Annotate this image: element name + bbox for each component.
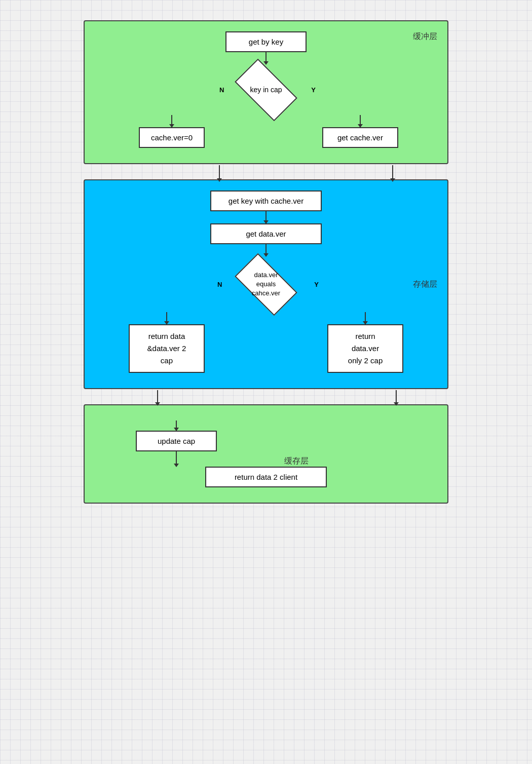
arrow-to-update	[176, 421, 177, 431]
get-cache-ver-box: get cache.ver	[322, 127, 398, 148]
diamond-data-equals-cache: data.ver equals cahce.ver N Y	[210, 256, 322, 312]
s2-content: get key with cache.ver get data.ver data…	[95, 190, 437, 373]
buffer-layer-label: 缓冲层	[413, 31, 437, 42]
diamond-key-in-cap: key in cap N Y	[215, 64, 317, 115]
arrow-right-to-getcache	[360, 115, 361, 127]
diamond-text: key in cap	[250, 86, 282, 94]
s3-vline-right	[396, 390, 397, 405]
storage-layer-label: 存储层	[413, 279, 437, 290]
get-key-cache-ver-box: get key with cache.ver	[210, 190, 322, 211]
right-branch: get cache.ver	[283, 115, 437, 148]
arrow-left-to-cache	[171, 115, 172, 127]
diagram-container: 缓冲层 get by key key in cap N Y cache.ver=…	[84, 20, 448, 504]
connector-right	[392, 165, 393, 181]
y-label2: Y	[314, 281, 319, 288]
return-data-box: return data &data.ver 2 cap	[129, 324, 205, 373]
arrow-start-to-diamond	[265, 52, 267, 64]
return-dataver-box: return data.ver only 2 cap	[327, 324, 403, 373]
connector-left	[219, 165, 220, 181]
section-storage-layer: 存储层 get key with cache.ver get data.ver	[84, 179, 448, 389]
arrow-update-to-return	[176, 451, 177, 467]
section-buffer-layer: 缓冲层 get by key key in cap N Y cache.ver=…	[84, 20, 448, 164]
diamond2-text: data.ver equals cahce.ver	[252, 271, 280, 298]
update-cap-box: update cap	[136, 431, 217, 451]
start-box: get by key	[225, 31, 307, 52]
s3-connector-right	[396, 390, 397, 405]
s2-branches: return data &data.ver 2 cap return data.…	[95, 312, 437, 373]
section-cache-layer: 缓存层 update cap return data 2 client	[84, 404, 448, 504]
arrow-top-to-dataver	[265, 211, 267, 223]
return-data-client-box: return data 2 client	[205, 467, 327, 487]
s3-vline-left	[157, 390, 158, 405]
v-arrow-left-connector	[219, 165, 220, 181]
s1-content: get by key key in cap N Y cache.ver=0	[95, 31, 437, 148]
n-label: N	[219, 86, 224, 94]
v-arrow-right-connector	[392, 165, 393, 181]
arrowhead-left-s3	[155, 402, 160, 406]
cache-ver-zero-box: cache.ver=0	[139, 127, 205, 148]
arrowhead-right-s3	[394, 402, 399, 406]
cache-layer-label: 缓存层	[284, 456, 309, 467]
n-label2: N	[217, 281, 222, 288]
s3-connector-left	[157, 390, 158, 405]
s3-update-wrapper: update cap	[136, 421, 217, 467]
y-label: Y	[311, 86, 316, 94]
s2-right-branch: return data.ver only 2 cap	[293, 312, 437, 373]
arrow-dataver-to-diamond	[265, 244, 267, 256]
s2-arrow-right	[365, 312, 366, 324]
s2-left-branch: return data &data.ver 2 cap	[95, 312, 239, 373]
s1-branches: cache.ver=0 get cache.ver	[95, 115, 437, 148]
left-branch: cache.ver=0	[95, 115, 249, 148]
s3-content: update cap return data 2 client	[95, 421, 437, 487]
s2-arrow-left	[166, 312, 167, 324]
get-data-ver-box: get data.ver	[210, 223, 322, 244]
